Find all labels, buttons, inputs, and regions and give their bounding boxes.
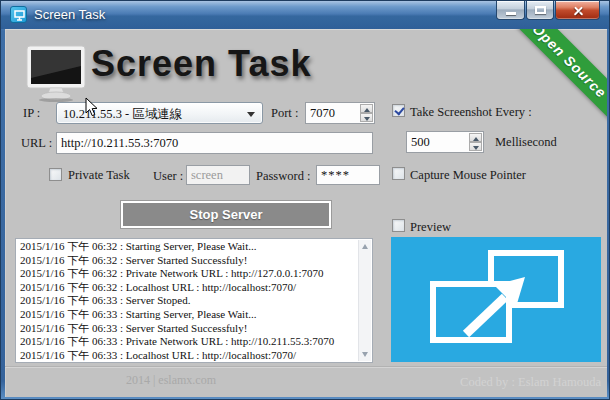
preview-checkbox[interactable] (392, 219, 405, 232)
preview-label: Preview (410, 220, 451, 235)
scroll-up-icon[interactable] (359, 240, 372, 253)
interval-unit-label: Mellisecond (495, 135, 557, 150)
footer-divider (5, 367, 607, 368)
private-task-label: Private Task (68, 168, 130, 183)
app-logo-title: Screen Task (91, 43, 311, 85)
footer-credit-author: Coded by : Eslam Hamouda (460, 375, 601, 390)
log-line: 2015/1/16 下午 06:33 : Server Started Succ… (20, 322, 356, 336)
user-label: User : (153, 169, 183, 184)
chevron-down-icon (247, 112, 255, 117)
password-label: Password : (256, 169, 311, 184)
log-line: 2015/1/16 下午 06:32 : Localhost URL : htt… (20, 281, 356, 295)
preview-panel (391, 237, 601, 362)
log-line: 2015/1/16 下午 06:32 : Private Network URL… (20, 267, 356, 281)
ribbon-corner: Open Source (477, 29, 607, 149)
app-icon (10, 6, 27, 23)
interval-field-group (406, 131, 484, 153)
titlebar[interactable]: Screen Task (1, 1, 609, 29)
port-field-group (305, 102, 375, 124)
scroll-down-icon[interactable] (359, 348, 372, 361)
port-label: Port : (271, 106, 298, 121)
monitor-logo-icon (25, 44, 87, 106)
log-line: 2015/1/16 下午 06:33 : Starting Server, Pl… (20, 308, 356, 322)
private-task-checkbox[interactable] (49, 168, 62, 181)
log-line: 2015/1/16 下午 06:33 : Private Network URL… (20, 335, 356, 349)
log-scrollbar[interactable] (358, 240, 371, 361)
take-screenshot-label: Take Screenshot Every : (410, 105, 532, 120)
password-input[interactable] (316, 165, 380, 185)
spin-down-icon[interactable] (469, 142, 482, 151)
minimize-icon (506, 12, 516, 15)
server-log[interactable]: 2015/1/16 下午 06:32 : Starting Server, Pl… (15, 238, 373, 363)
screen-share-icon (391, 237, 601, 362)
url-input[interactable] (56, 132, 373, 154)
ip-dropdown[interactable]: 10.211.55.3 - 區域連線 (56, 102, 263, 124)
window-title: Screen Task (34, 7, 105, 22)
ip-dropdown-value: 10.211.55.3 - 區域連線 (63, 106, 182, 123)
port-spinner (360, 104, 373, 122)
log-line: 2015/1/16 下午 06:33 : Localhost URL : htt… (20, 349, 356, 363)
maximize-icon (535, 6, 546, 14)
spin-up-icon[interactable] (360, 104, 373, 113)
close-button[interactable] (555, 1, 600, 20)
capture-mouse-label: Capture Mouse Pointer (410, 168, 526, 183)
screen-task-window: Screen Task Screen Task Open Source IP (0, 0, 610, 400)
stop-server-button[interactable]: Stop Server (121, 201, 331, 228)
log-line: 2015/1/16 下午 06:32 : Server Started Succ… (20, 254, 356, 268)
footer-credit-site: 2014 | eslamx.com (5, 373, 337, 388)
take-screenshot-checkbox[interactable] (392, 104, 405, 117)
ip-label: IP : (23, 106, 40, 121)
client-area: Screen Task Open Source IP : 10.211.55.3… (5, 29, 607, 397)
spin-up-icon[interactable] (469, 133, 482, 142)
log-line: 2015/1/16 下午 06:32 : Starting Server, Pl… (20, 240, 356, 254)
interval-spinner (469, 133, 482, 151)
maximize-button[interactable] (526, 1, 554, 20)
log-line: 2015/1/16 下午 06:33 : Server Stoped. (20, 294, 356, 308)
spin-down-icon[interactable] (360, 113, 373, 122)
user-input (186, 165, 250, 185)
close-icon (573, 5, 584, 16)
capture-mouse-checkbox[interactable] (392, 167, 405, 180)
open-source-ribbon: Open Source (490, 29, 607, 141)
minimize-button[interactable] (496, 1, 525, 20)
window-controls (495, 1, 600, 20)
url-label: URL : (21, 136, 52, 151)
